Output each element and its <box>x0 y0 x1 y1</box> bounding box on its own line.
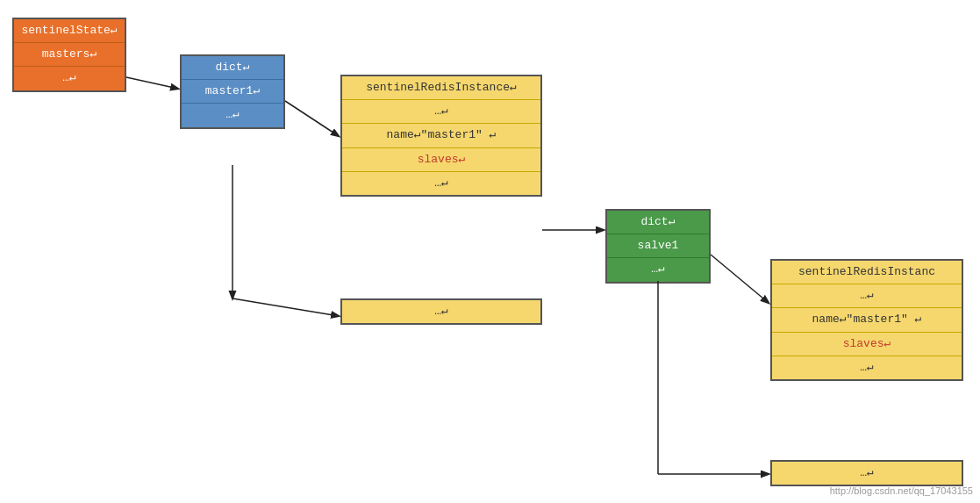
sri2-ellipsis2: …↵ <box>772 356 962 379</box>
sri1-slaves: slaves↵ <box>342 148 540 172</box>
dict1-label: dict↵ <box>182 56 283 80</box>
svg-line-0 <box>126 77 178 89</box>
dict2-box: dict↵ salve1 …↵ <box>605 209 711 284</box>
dict1-ellipsis: …↵ <box>182 104 283 126</box>
dict2-label: dict↵ <box>607 211 709 234</box>
sri2-title: sentinelRedisInstanc <box>772 261 962 284</box>
sri1-title: sentinelRedisInstance↵ <box>342 76 540 100</box>
dict2-salve1: salve1 <box>607 234 709 258</box>
sentinel-state-box: sentinelState↵ masters↵ …↵ <box>12 18 126 92</box>
ellipsis2-label: …↵ <box>772 462 962 485</box>
sri1-ellipsis2: …↵ <box>342 172 540 195</box>
ellipsis1-box: …↵ <box>340 298 542 325</box>
sentinel-state-label: sentinelState↵ <box>14 19 125 43</box>
sentinel-state-ellipsis: …↵ <box>14 67 125 90</box>
watermark: http://blog.csdn.net/qq_17043155 <box>830 485 973 496</box>
svg-line-5 <box>711 255 769 303</box>
sri1-ellipsis1: …↵ <box>342 100 540 124</box>
sri1-box: sentinelRedisInstance↵ …↵ name↵"master1"… <box>340 75 542 197</box>
dict2-ellipsis: …↵ <box>607 258 709 281</box>
sri2-ellipsis1: …↵ <box>772 284 962 308</box>
svg-line-1 <box>285 101 339 136</box>
ellipsis1-label: …↵ <box>342 300 540 323</box>
sri2-box: sentinelRedisInstanc …↵ name↵"master1" ↵… <box>770 259 963 381</box>
diagram-container: sentinelState↵ masters↵ …↵ dict↵ master1… <box>0 0 980 503</box>
dict1-box: dict↵ master1↵ …↵ <box>180 54 285 129</box>
svg-line-3 <box>232 298 339 316</box>
dict1-master1: master1↵ <box>182 80 283 104</box>
sri2-name: name↵"master1" ↵ <box>772 308 962 332</box>
sri1-name: name↵"master1" ↵ <box>342 124 540 147</box>
sentinel-state-masters: masters↵ <box>14 43 125 67</box>
ellipsis2-box: …↵ <box>770 460 963 486</box>
sri2-slaves: slaves↵ <box>772 333 962 356</box>
